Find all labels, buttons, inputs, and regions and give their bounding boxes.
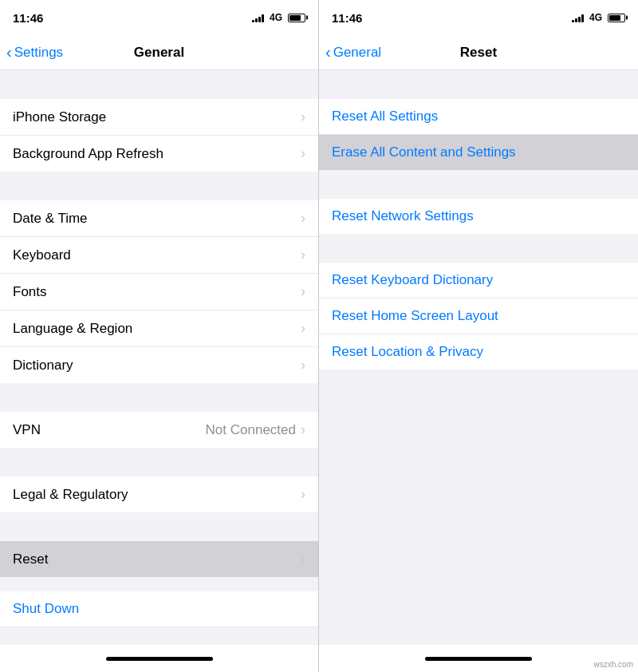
list-item-date-time[interactable]: Date & Time › — [0, 200, 318, 237]
nav-title-right: Reset — [460, 45, 497, 61]
right-section-2: Erase All Content and Settings — [319, 135, 638, 170]
back-button-left[interactable]: ‹ Settings — [6, 45, 63, 61]
list-item-fonts[interactable]: Fonts › — [0, 274, 318, 310]
section-gap-2 — [0, 172, 318, 200]
label-iphone-storage: iPhone Storage — [13, 109, 106, 125]
network-type-left: 4G — [270, 12, 282, 23]
right-section-4: Reset Keyboard Dictionary Reset Home Scr… — [319, 263, 638, 370]
signal-icon-right — [572, 13, 584, 22]
chevron-language-region: › — [301, 320, 305, 337]
right-panel: 11:46 4G ‹ General Reset Reset All — [319, 0, 638, 672]
right-gap-3 — [319, 234, 638, 263]
signal-icon-left — [252, 13, 264, 22]
label-reset-keyboard-dict: Reset Keyboard Dictionary — [332, 272, 493, 288]
list-item-legal[interactable]: Legal & Regulatory › — [0, 476, 318, 512]
home-bar-right — [425, 657, 532, 661]
chevron-vpn: › — [301, 421, 305, 438]
home-indicator-left — [0, 645, 318, 672]
section-gap-6 — [0, 577, 318, 591]
list-item-vpn[interactable]: VPN Not Connected › — [0, 412, 318, 448]
list-item-dictionary[interactable]: Dictionary › — [0, 347, 318, 383]
section-gap-5 — [0, 512, 318, 541]
home-bar-left — [106, 657, 213, 661]
list-item-reset-all-settings[interactable]: Reset All Settings — [319, 99, 638, 134]
back-label-left: Settings — [14, 45, 63, 61]
chevron-iphone-storage: › — [301, 109, 305, 125]
chevron-dictionary: › — [301, 357, 305, 374]
chevron-background-refresh: › — [301, 145, 305, 162]
section-gap-1 — [0, 70, 318, 99]
label-vpn: VPN — [13, 422, 41, 438]
label-reset-network: Reset Network Settings — [332, 208, 474, 224]
chevron-left-icon: ‹ — [6, 44, 12, 60]
list-item-reset-network[interactable]: Reset Network Settings — [319, 199, 638, 234]
home-indicator-right — [319, 645, 638, 672]
value-vpn: Not Connected — [206, 422, 296, 438]
right-content: Reset All Settings Erase All Content and… — [319, 70, 638, 645]
chevron-left-icon-right: ‹ — [325, 44, 331, 60]
chevron-date-time: › — [301, 210, 305, 227]
left-content: iPhone Storage › Background App Refresh … — [0, 70, 318, 645]
label-keyboard: Keyboard — [13, 247, 71, 263]
status-bar-left: 11:46 4G — [0, 0, 318, 35]
section-gap-4 — [0, 448, 318, 476]
status-icons-left: 4G — [252, 12, 305, 23]
list-item-keyboard[interactable]: Keyboard › — [0, 237, 318, 274]
list-item-background-refresh[interactable]: Background App Refresh › — [0, 136, 318, 172]
label-background-refresh: Background App Refresh — [13, 146, 163, 162]
list-item-reset-home-screen[interactable]: Reset Home Screen Layout — [319, 298, 638, 334]
label-fonts: Fonts — [13, 284, 47, 300]
label-reset-home-screen: Reset Home Screen Layout — [332, 308, 498, 324]
chevron-legal: › — [301, 486, 305, 503]
section-gap-7 — [0, 627, 318, 645]
status-bar-right: 11:46 4G — [319, 0, 638, 35]
status-icons-right: 4G — [572, 12, 625, 23]
label-erase-all: Erase All Content and Settings — [332, 144, 516, 160]
section-shutdown: Shut Down — [0, 591, 318, 627]
section-storage: iPhone Storage › Background App Refresh … — [0, 99, 318, 172]
time-left: 11:46 — [13, 11, 43, 25]
label-legal: Legal & Regulatory — [13, 487, 128, 503]
chevron-fonts: › — [301, 283, 305, 300]
section-reset: Reset › — [0, 541, 318, 577]
battery-icon-left — [288, 14, 305, 22]
label-reset-all-settings: Reset All Settings — [332, 109, 438, 125]
chevron-reset: › — [301, 551, 305, 567]
label-shutdown: Shut Down — [13, 601, 79, 617]
list-item-shutdown[interactable]: Shut Down — [0, 591, 318, 627]
label-reset-location-privacy: Reset Location & Privacy — [332, 344, 483, 360]
left-panel: 11:46 4G ‹ Settings General — [0, 0, 319, 672]
list-item-erase-all[interactable]: Erase All Content and Settings — [319, 135, 638, 170]
nav-bar-left: ‹ Settings General — [0, 35, 318, 70]
nav-title-left: General — [134, 45, 184, 61]
label-language-region: Language & Region — [13, 321, 132, 337]
section-gap-3 — [0, 383, 318, 412]
nav-bar-right: ‹ General Reset — [319, 35, 638, 70]
network-type-right: 4G — [589, 12, 602, 23]
right-section-1: Reset All Settings — [319, 99, 638, 134]
list-item-language-region[interactable]: Language & Region › — [0, 310, 318, 347]
list-item-reset-location-privacy[interactable]: Reset Location & Privacy — [319, 334, 638, 370]
list-item-reset-keyboard-dict[interactable]: Reset Keyboard Dictionary — [319, 263, 638, 298]
right-gap-2 — [319, 170, 638, 199]
time-right: 11:46 — [332, 11, 362, 25]
section-datetime: Date & Time › Keyboard › Fonts › Languag… — [0, 200, 318, 383]
right-gap-1 — [319, 70, 638, 99]
right-gap-4 — [319, 370, 638, 398]
battery-icon-right — [608, 14, 625, 22]
watermark: wszxh.com — [594, 660, 633, 669]
label-dictionary: Dictionary — [13, 358, 73, 374]
list-item-iphone-storage[interactable]: iPhone Storage › — [0, 99, 318, 136]
chevron-keyboard: › — [301, 247, 305, 263]
section-vpn: VPN Not Connected › — [0, 412, 318, 448]
right-section-3: Reset Network Settings — [319, 199, 638, 234]
label-date-time: Date & Time — [13, 211, 88, 227]
section-legal: Legal & Regulatory › — [0, 476, 318, 512]
list-item-reset[interactable]: Reset › — [0, 541, 318, 577]
back-button-right[interactable]: ‹ General — [325, 45, 381, 61]
label-reset: Reset — [13, 551, 48, 567]
back-label-right: General — [333, 45, 381, 61]
